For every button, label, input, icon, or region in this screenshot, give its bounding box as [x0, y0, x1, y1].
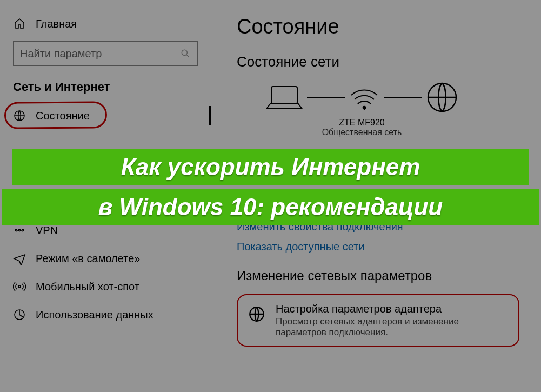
adapter-desc: Просмотр сетевых адаптеров и изменение п…: [276, 316, 509, 338]
laptop-icon: [265, 82, 304, 112]
adapter-settings-item[interactable]: Настройка параметров адаптера Просмотр с…: [237, 294, 519, 347]
highlight-annotation: [4, 101, 107, 129]
airplane-icon: [13, 252, 26, 265]
svg-point-3: [15, 229, 17, 231]
sidebar-item-label: Мобильный хот-спот: [36, 281, 139, 293]
sidebar-item-home[interactable]: Главная: [0, 13, 211, 41]
globe-icon: [248, 305, 266, 323]
svg-point-6: [18, 285, 21, 288]
status-subtitle: Состояние сети: [237, 54, 519, 70]
sidebar-item-label: Режим «в самолете»: [36, 253, 140, 265]
svg-point-0: [182, 50, 187, 55]
home-icon: [13, 17, 26, 30]
sidebar-item-airplane[interactable]: Режим «в самолете»: [0, 244, 211, 273]
sidebar-item-status[interactable]: Состояние: [0, 102, 211, 130]
overlay-banner-line2: в Windows 10: рекомендации: [2, 189, 539, 225]
device-name: ZTE MF920: [237, 118, 519, 128]
network-diagram: [237, 80, 519, 115]
overlay-banner-line1: Как ускорить Интернет: [12, 149, 529, 185]
search-placeholder: Найти параметр: [20, 48, 102, 60]
globe-large-icon: [425, 80, 459, 115]
link-show-networks[interactable]: Показать доступные сети: [237, 241, 519, 253]
vpn-icon: [13, 224, 26, 237]
svg-point-5: [22, 229, 23, 231]
sidebar-item-label: VPN: [36, 224, 58, 237]
wifi-icon: [348, 82, 380, 112]
page-title: Состояние: [237, 15, 519, 38]
data-usage-icon: [13, 308, 26, 321]
search-icon: [180, 48, 191, 59]
svg-rect-8: [271, 87, 297, 104]
sidebar-item-data-usage[interactable]: Использование данных: [0, 301, 211, 329]
network-type: Общественная сеть: [237, 128, 519, 137]
sidebar-item-hotspot[interactable]: Мобильный хот-спот: [0, 273, 211, 301]
adapter-title: Настройка параметров адаптера: [276, 303, 509, 315]
sidebar-home-label: Главная: [36, 18, 77, 30]
sidebar-section-title: Сеть и Интернет: [0, 78, 211, 102]
svg-point-4: [18, 229, 20, 231]
hotspot-icon: [13, 280, 26, 293]
search-input[interactable]: Найти параметр: [13, 41, 198, 66]
sidebar-item-label: Использование данных: [36, 309, 153, 321]
svg-point-9: [363, 107, 365, 109]
change-params-title: Изменение сетевых параметров: [237, 268, 519, 283]
